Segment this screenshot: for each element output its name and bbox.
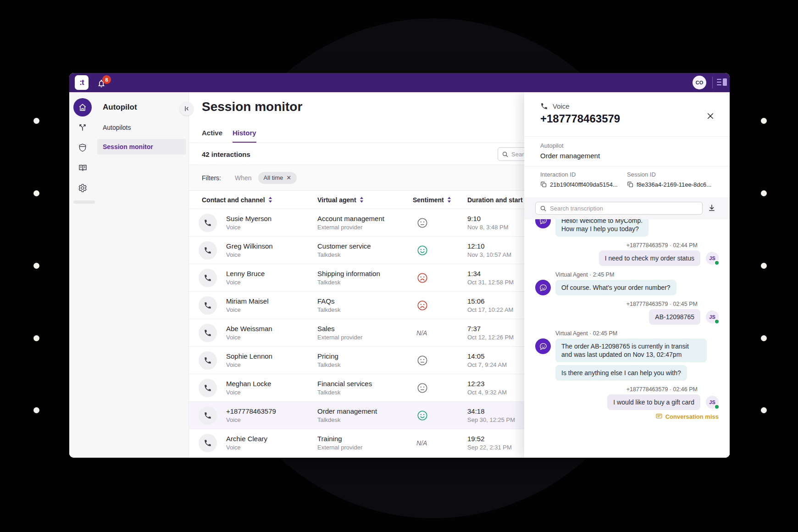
interaction-id-copy[interactable]: 21b190f40fff409da5154... [540, 181, 618, 188]
decorative-dot [33, 118, 39, 124]
sentiment-cell [413, 410, 467, 421]
message-bubble: The order AB-12098765 is currently in tr… [555, 338, 707, 362]
sort-icon[interactable] [268, 197, 272, 203]
sidebar-title: Autopilot [103, 103, 137, 112]
positive-sentiment-icon [416, 410, 428, 421]
sort-icon[interactable] [447, 197, 451, 203]
negative-sentiment-icon [416, 272, 428, 284]
decorative-dot [761, 407, 767, 413]
message-meta: Virtual Agent · 02:45 PM [535, 330, 719, 337]
contact-phone-number: +187778463579 [540, 112, 620, 125]
channel-label: Voice [553, 102, 570, 110]
close-icon [706, 112, 715, 120]
contact-name: Greg Wilkinson [226, 242, 273, 250]
virtual-agent-name: Order management [317, 407, 413, 415]
user-avatar[interactable]: CO [693, 76, 706, 89]
tab-history[interactable]: History [233, 129, 256, 143]
sort-icon[interactable] [360, 197, 364, 203]
message-bubble: I need to check my order status [599, 250, 700, 266]
provider: External provider [317, 334, 413, 341]
column-sentiment[interactable]: Sentiment [413, 196, 467, 204]
book-icon[interactable] [78, 163, 88, 173]
close-panel-button[interactable] [704, 110, 717, 122]
message-bubble: AB-12098765 [649, 309, 700, 325]
column-virtual-agent[interactable]: Virtual agent [317, 196, 413, 204]
conversation-miss-label: Conversation miss [665, 413, 719, 420]
notifications-button[interactable]: 8 [97, 78, 112, 90]
phone-icon [204, 329, 212, 337]
positive-sentiment-icon [416, 244, 428, 256]
provider: Talkdesk [317, 361, 413, 368]
session-id-copy[interactable]: f8e336a4-2169-11ee-8dc6... [627, 181, 711, 188]
virtual-agent-avatar [535, 219, 551, 228]
contact-avatar [199, 434, 217, 452]
transcription-search-input[interactable] [550, 205, 698, 212]
chip-close-icon[interactable]: ✕ [286, 174, 291, 181]
session-detail-panel: Voice +187778463579 Autopilot Order mana… [524, 92, 730, 458]
contact-name: +187778463579 [226, 407, 276, 415]
conversation-miss-flag[interactable]: Conversation miss [535, 413, 719, 420]
neutral-sentiment-icon [416, 355, 428, 366]
topbar-divider [712, 77, 713, 89]
provider: Talkdesk [317, 389, 413, 396]
decorative-dot [33, 335, 39, 341]
talkdesk-logo[interactable]: :t [75, 75, 89, 90]
virtual-agent-name: Account management [317, 215, 413, 222]
contact-avatar [199, 379, 217, 397]
column-contact-and-channel[interactable]: Contact and channel [202, 196, 317, 204]
agent-message: The order AB-12098765 is currently in tr… [535, 338, 719, 362]
download-transcript-button[interactable] [708, 204, 716, 212]
collapse-icon [183, 105, 190, 112]
interactions-count: 42 interactions [202, 150, 250, 158]
contact-name: Archie Cleary [226, 435, 267, 443]
contact-avatar [199, 406, 217, 425]
conversation-flag-icon [655, 413, 663, 420]
sidebar: Autopilot Autopilots Session monitor [69, 92, 189, 458]
virtual-agent-name: Financial services [317, 380, 413, 388]
copy-icon [627, 181, 634, 188]
user-message: I need to check my order statusJS [535, 250, 719, 266]
sidebar-item-autopilots[interactable]: Autopilots [103, 124, 131, 131]
channel-type: Voice [226, 361, 272, 368]
desktop-background: :t 8 CO Autopilot Autopilots [0, 0, 798, 532]
message-meta: Virtual Agent · 2:45 PM [535, 272, 719, 278]
channel-type: Voice [226, 444, 267, 451]
phone-icon [204, 384, 212, 392]
sentiment-na: N/A [416, 439, 427, 447]
column-label: Contact and channel [202, 196, 265, 204]
neutral-sentiment-icon [416, 382, 428, 394]
channel-type: Voice [226, 279, 265, 286]
home-button[interactable] [73, 98, 92, 116]
app-window: :t 8 CO Autopilot Autopilots [69, 73, 730, 458]
shield-icon[interactable] [78, 143, 88, 153]
user-message: AB-12098765JS [535, 309, 719, 325]
sidebar-item-session-monitor[interactable]: Session monitor [97, 139, 186, 155]
sentiment-cell: N/A [413, 439, 467, 447]
virtual-agent-icon [539, 342, 548, 351]
interaction-id-value: 21b190f40fff409da5154... [550, 181, 618, 188]
avatar-spacer [535, 365, 551, 381]
tab-active[interactable]: Active [202, 129, 222, 143]
contact-avatar [199, 296, 217, 315]
panel-toggle-icon[interactable] [717, 78, 727, 87]
customer-avatar: JS [706, 252, 719, 265]
user-message: I would like to buy a gift cardJS [535, 394, 719, 410]
contact-name: Abe Weissman [226, 325, 272, 332]
contact-avatar [199, 269, 217, 287]
negative-sentiment-icon [416, 299, 428, 311]
message-meta: +187778463579 · 02:44 PM [535, 242, 719, 249]
gear-icon[interactable] [78, 183, 88, 193]
when-label: When [235, 174, 252, 182]
collapse-sidebar-button[interactable] [180, 102, 194, 116]
top-bar: :t 8 CO [69, 73, 730, 92]
provider: Talkdesk [317, 416, 413, 423]
flow-icon[interactable] [78, 122, 88, 133]
virtual-agent-name: FAQs [317, 297, 413, 305]
virtual-agent-icon [539, 219, 548, 225]
download-icon [708, 204, 716, 212]
sidebar-divider [73, 200, 95, 204]
tab-bar: Active History [202, 129, 256, 143]
message-bubble: Of course. What's your order number? [555, 280, 676, 295]
session-id-value: f8e336a4-2169-11ee-8dc6... [637, 181, 711, 188]
filter-chip-all-time[interactable]: All time ✕ [258, 172, 297, 184]
